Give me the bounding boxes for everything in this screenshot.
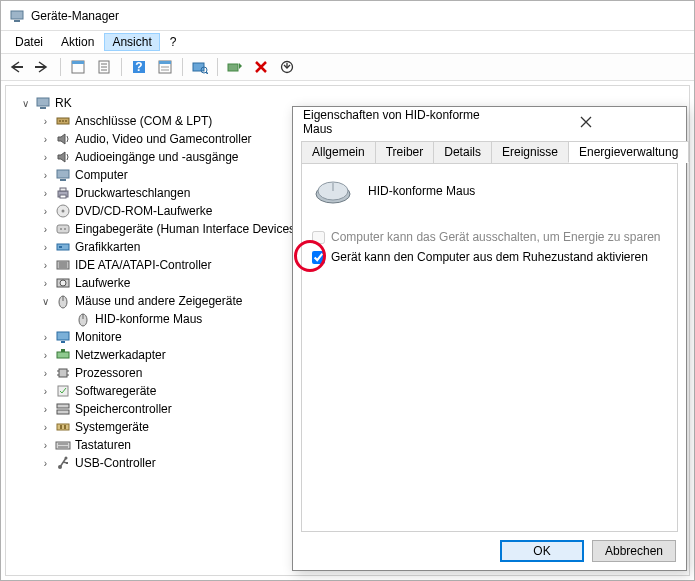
tab-power[interactable]: Energieverwaltung	[568, 141, 689, 163]
action-sheet-button[interactable]	[153, 56, 177, 78]
expand-icon[interactable]: ›	[40, 350, 51, 361]
expand-icon[interactable]: ∨	[40, 296, 51, 307]
svg-text:?: ?	[135, 60, 142, 74]
checkbox-wake[interactable]	[312, 251, 325, 264]
mouse-icon	[55, 293, 71, 309]
cpu-icon	[55, 365, 71, 381]
checkbox-row-save-power: Computer kann das Gerät ausschalten, um …	[312, 230, 667, 244]
checkbox-save-power	[312, 231, 325, 244]
ok-button[interactable]: OK	[500, 540, 584, 562]
audio-icon	[55, 131, 71, 147]
expand-icon[interactable]: ›	[40, 152, 51, 163]
prop-page-button[interactable]	[92, 56, 116, 78]
tree-root-label: RK	[55, 96, 72, 110]
help-button[interactable]: ?	[127, 56, 151, 78]
expand-icon[interactable]: ›	[40, 458, 51, 469]
svg-rect-5	[72, 61, 84, 64]
view-tree-button[interactable]	[66, 56, 90, 78]
tab-panel-power: HID-konforme Maus Computer kann das Gerä…	[301, 163, 678, 532]
ide-icon	[55, 257, 71, 273]
properties-dialog: Eigenschaften von HID-konforme Maus Allg…	[292, 106, 687, 571]
svg-rect-28	[60, 179, 66, 181]
tree-node-label: DVD/CD-ROM-Laufwerke	[75, 204, 212, 218]
tab-driver[interactable]: Treiber	[375, 141, 435, 163]
expand-icon[interactable]: ›	[40, 440, 51, 451]
soft-icon	[55, 383, 71, 399]
svg-rect-71	[66, 462, 68, 464]
svg-rect-63	[64, 425, 66, 429]
menu-action[interactable]: Aktion	[53, 33, 102, 51]
expand-icon[interactable]: ›	[40, 368, 51, 379]
toolbar: ?	[1, 53, 694, 81]
tree-node-label: Softwaregeräte	[75, 384, 156, 398]
svg-rect-34	[57, 225, 69, 233]
expand-icon[interactable]: ›	[40, 206, 51, 217]
collapse-icon[interactable]: ∨	[20, 98, 31, 109]
window-title: Geräte-Manager	[31, 9, 119, 23]
expand-icon[interactable]: ›	[40, 170, 51, 181]
toolbar-separator	[182, 58, 183, 76]
svg-rect-1	[14, 20, 20, 22]
device-name: HID-konforme Maus	[368, 184, 475, 198]
forward-button[interactable]	[31, 56, 55, 78]
close-button[interactable]	[492, 110, 681, 134]
tree-node-label: Laufwerke	[75, 276, 130, 290]
toolbar-separator	[60, 58, 61, 76]
device-header: HID-konforme Maus	[312, 176, 667, 206]
svg-rect-49	[57, 332, 69, 340]
svg-point-35	[60, 228, 62, 230]
menu-view[interactable]: Ansicht	[104, 33, 159, 51]
scan-hw-button[interactable]	[188, 56, 212, 78]
tab-general[interactable]: Allgemein	[301, 141, 376, 163]
expand-icon[interactable]: ›	[40, 116, 51, 127]
dialog-titlebar: Eigenschaften von HID-konforme Maus	[293, 107, 686, 137]
menu-help[interactable]: ?	[162, 33, 185, 51]
svg-rect-51	[57, 352, 69, 358]
tree-node-label: USB-Controller	[75, 456, 156, 470]
tab-details[interactable]: Details	[433, 141, 492, 163]
svg-rect-64	[56, 442, 70, 449]
expand-icon[interactable]: ›	[40, 332, 51, 343]
disc-icon	[55, 203, 71, 219]
svg-rect-50	[61, 341, 65, 343]
expand-icon[interactable]: ›	[40, 386, 51, 397]
tree-node-label: Audioeingänge und -ausgänge	[75, 150, 238, 164]
tab-events[interactable]: Ereignisse	[491, 141, 569, 163]
expand-icon[interactable]: ›	[40, 134, 51, 145]
svg-point-25	[62, 120, 64, 122]
tree-node-label: Speichercontroller	[75, 402, 172, 416]
printer-icon	[55, 185, 71, 201]
svg-point-26	[65, 120, 67, 122]
checkbox-row-wake: Gerät kann den Computer aus dem Ruhezust…	[312, 250, 667, 264]
menu-file[interactable]: Datei	[7, 33, 51, 51]
computer-icon	[55, 167, 71, 183]
mouse-icon	[75, 311, 91, 327]
uninstall-button[interactable]	[249, 56, 273, 78]
titlebar: Geräte-Manager	[1, 1, 694, 31]
disk-icon	[55, 275, 71, 291]
monitor-icon	[55, 329, 71, 345]
svg-rect-60	[57, 410, 69, 414]
update-drv-button[interactable]	[223, 56, 247, 78]
expand-icon[interactable]: ›	[40, 422, 51, 433]
expand-icon[interactable]: ›	[40, 188, 51, 199]
svg-line-18	[206, 72, 208, 74]
usb-icon	[55, 455, 71, 471]
svg-point-33	[62, 210, 65, 213]
toolbar-separator	[121, 58, 122, 76]
tree-node-label: Prozessoren	[75, 366, 142, 380]
expand-icon[interactable]: ›	[40, 242, 51, 253]
disable-button[interactable]	[275, 56, 299, 78]
expand-icon[interactable]: ›	[40, 260, 51, 271]
back-button[interactable]	[5, 56, 29, 78]
svg-rect-31	[60, 195, 66, 198]
svg-rect-2	[12, 66, 23, 68]
storage-icon	[55, 401, 71, 417]
svg-rect-21	[37, 98, 49, 106]
cancel-button[interactable]: Abbrechen	[592, 540, 676, 562]
expand-icon[interactable]: ›	[40, 278, 51, 289]
expand-icon[interactable]: ›	[40, 224, 51, 235]
tree-node-label: Systemgeräte	[75, 420, 149, 434]
svg-point-44	[60, 280, 66, 286]
expand-icon[interactable]: ›	[40, 404, 51, 415]
